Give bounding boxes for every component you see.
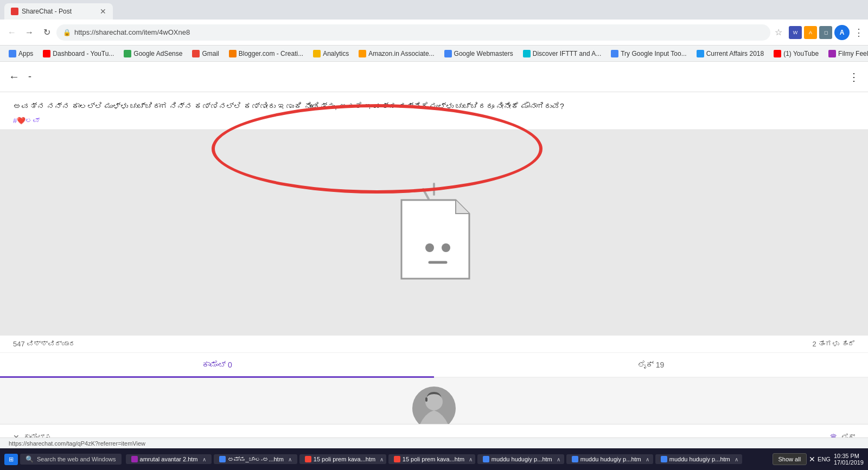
tab-title: ShareChat - Post [22, 8, 97, 15]
post-text: ಅವತ್ನ ನನ್ನ ಕಾಲಲ್ಲಿ ಮುಳ್ಳು ಚುಚ್ಚಿದಾಗ ನಿನ್… [13, 101, 855, 112]
bookmark-apps[interactable]: Apps [4, 49, 37, 59]
taskbar-item-amma[interactable]: ಅಮ್ಮ_ಚಾಲ-ಅ...htm ∧ [214, 454, 297, 464]
bookmark-gmail-label: Gmail [202, 50, 219, 57]
post-image-area [0, 130, 868, 336]
adsense-favicon [124, 50, 131, 57]
task-label-poli1: 15 poli prem kava...htm [314, 456, 375, 462]
bookmark-analytics-label: Analytics [323, 50, 349, 57]
task-label-muddu2: muddu hudugiy p...htm [580, 456, 641, 462]
url-bar[interactable]: 🔒 https://sharechat.com/item/4wOXne8 [56, 24, 770, 41]
browser-tab[interactable]: ShareChat - Post ✕ [4, 3, 113, 20]
tab-comments[interactable]: ಕಾಮೆಂಟ್ 0 [0, 353, 434, 377]
browser-window: ShareChat - Post ✕ ← → ↻ 🔒 https://share… [0, 0, 868, 470]
browser-menu-button[interactable]: ⋮ [854, 27, 864, 38]
bookmark-star-button[interactable]: ☆ [775, 27, 782, 37]
task-label-muddu3: muddu hudugiy p...htm [669, 456, 730, 462]
app-back-button[interactable]: ← [9, 70, 20, 83]
ifttt-favicon [523, 50, 531, 57]
task-favicon-amma [219, 456, 226, 462]
task-close-muddu3[interactable]: ∧ [735, 456, 738, 462]
gmail-favicon [192, 50, 200, 57]
post-tabs: ಕಾಮೆಂಟ್ 0 ಲೈಕ್ 19 [0, 353, 868, 378]
taskbar-item-poli1[interactable]: 15 poli prem kava...htm ∧ [299, 454, 386, 464]
windows-icon: ⊞ [9, 456, 14, 463]
bookmark-webmasters-label: Google Webmasters [454, 50, 513, 57]
bookmark-blogger[interactable]: Blogger.com - Creati... [225, 49, 308, 59]
bookmark-dashboard[interactable]: Dashboard - YouTu... [39, 49, 118, 59]
bookmark-amazon[interactable]: Amazon.in Associate... [354, 49, 438, 59]
app-menu-button[interactable]: ⋮ [848, 70, 859, 83]
taskbar-time: 10:35 PM [834, 453, 864, 459]
user-avatar [412, 387, 456, 430]
taskbar-close-button[interactable]: ✕ [809, 455, 815, 463]
taskbar-clock: 10:35 PM 17/01/2019 [834, 453, 864, 466]
bookmark-dashboard-label: Dashboard - YouTu... [53, 50, 114, 57]
task-close-muddu2[interactable]: ∧ [646, 456, 649, 462]
task-label-amma: ಅಮ್ಮ_ಚಾಲ-ಅ...htm [228, 456, 284, 462]
taskbar-item-amrutal[interactable]: amrutal avantar 2.htm ∧ [126, 454, 212, 464]
task-label-poli2: 15 poli prem kava...htm [403, 456, 464, 462]
task-close-poli2[interactable]: ∧ [469, 456, 473, 462]
ext-icon-2[interactable]: A [804, 26, 817, 39]
windows-start-button[interactable]: ⊞ [4, 454, 18, 465]
post-stats: 547 ವಿಶ್ಶ್ವಿದ್ಯಾರ 2 ತಿಂಗಳು ಹಿಂದೆ [0, 336, 868, 353]
bookmark-ifttt-label: Discover IFTTT and A... [533, 50, 601, 57]
current-favicon [697, 50, 704, 57]
tab-likes[interactable]: ಲೈಕ್ 19 [434, 353, 868, 377]
filmy-favicon [828, 50, 836, 57]
bookmark-youtube-label: (1) YouTube [783, 50, 819, 57]
amazon-favicon [359, 50, 366, 57]
task-close-muddu1[interactable]: ∧ [557, 456, 560, 462]
task-close-poli1[interactable]: ∧ [380, 456, 384, 462]
url-text: https://sharechat.com/item/4wOXne8 [74, 28, 764, 36]
taskbar-item-poli2[interactable]: 15 poli prem kava...htm ∧ [388, 454, 475, 464]
task-label-amrutal: amrutal avantar 2.htm [140, 456, 198, 462]
post-card: ಅವತ್ನ ನನ್ನ ಕಾಲಲ್ಲಿ ಮುಳ್ಳು ಚುಚ್ಚಿದಾಗ ನಿನ್… [0, 92, 868, 439]
forward-button[interactable]: → [22, 25, 37, 40]
bookmark-youtube[interactable]: (1) YouTube [769, 49, 823, 59]
back-button[interactable]: ← [4, 25, 20, 40]
taskbar-right: ENG 10:35 PM 17/01/2019 [818, 453, 864, 466]
tab-bar: ShareChat - Post ✕ [0, 0, 868, 20]
broken-image-illustration [385, 178, 483, 287]
bookmark-webmasters[interactable]: Google Webmasters [440, 49, 518, 59]
page-content: ← - ⋮ ಅವತ್ನ ನನ್ನ ಕಾಲಲ್ಲಿ ಮುಳ್ಳು ಚುಚ್ಚಿದಾ… [0, 62, 868, 470]
bookmarks-bar: Apps Dashboard - YouTu... Google AdSense… [0, 46, 868, 62]
post-text-area: ಅವತ್ನ ನನ್ನ ಕಾಲಲ್ಲಿ ಮುಳ್ಳು ಚುಚ್ಚಿದಾಗ ನಿನ್… [0, 92, 868, 130]
taskbar-item-muddu2[interactable]: muddu hudugiy p...htm ∧ [566, 454, 653, 464]
svg-point-3 [442, 243, 450, 252]
task-close-amrutal[interactable]: ∧ [202, 456, 206, 462]
bookmark-gmail[interactable]: Gmail [188, 49, 223, 59]
taskbar: ⊞ 🔍 Search the web and Windows amrutal a… [0, 448, 868, 470]
bookmark-analytics[interactable]: Analytics [309, 49, 353, 59]
task-favicon-muddu3 [661, 456, 667, 462]
bookmark-input[interactable]: Try Google Input Too... [607, 49, 691, 59]
taskbar-item-muddu3[interactable]: muddu hudugiy p...htm ∧ [655, 454, 742, 464]
taskbar-item-muddu1[interactable]: muddu hudugiy p...htm ∧ [477, 454, 564, 464]
input-favicon [611, 50, 618, 57]
taskbar-lang: ENG [818, 456, 831, 462]
show-all-button[interactable]: Show all [773, 453, 807, 465]
broken-file-svg [385, 178, 483, 287]
bookmark-adsense-label: Google AdSense [133, 50, 182, 57]
bookmark-current-affairs[interactable]: Current Affairs 2018 [692, 49, 769, 59]
time-ago: 2 ತಿಂಗಳು ಹಿಂದೆ [813, 340, 855, 348]
post-hashtag[interactable]: #❤️ಲವ್ [13, 117, 855, 125]
ext-icon-3[interactable]: ◻ [819, 26, 832, 39]
bookmark-ifttt[interactable]: Discover IFTTT and A... [519, 49, 605, 59]
svg-line-1 [423, 189, 429, 199]
tab-close-button[interactable]: ✕ [100, 7, 106, 16]
webmasters-favicon [444, 50, 452, 57]
taskbar-search[interactable]: 🔍 Search the web and Windows [20, 454, 122, 465]
status-url: https://sharechat.com/tag/qP4zK?referrer… [4, 439, 150, 448]
task-close-amma[interactable]: ∧ [288, 456, 292, 462]
svg-point-2 [425, 243, 434, 252]
refresh-button[interactable]: ↻ [39, 25, 54, 40]
bookmark-adsense[interactable]: Google AdSense [119, 49, 187, 59]
bookmark-filmy[interactable]: Filmy Feelings [824, 49, 868, 59]
profile-icon[interactable]: A [834, 25, 850, 40]
ext-icon-1[interactable]: W [789, 26, 802, 39]
header-dash: - [28, 71, 848, 82]
blogger-favicon [229, 50, 237, 57]
bookmark-apps-label: Apps [18, 50, 33, 57]
